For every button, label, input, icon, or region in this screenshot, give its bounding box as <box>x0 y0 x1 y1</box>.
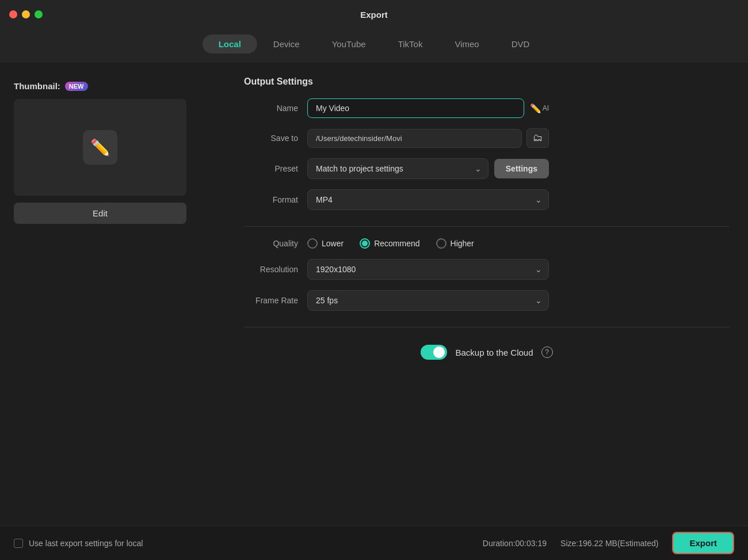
quality-higher-option[interactable]: Higher <box>436 238 474 249</box>
left-panel: Thumbnail: NEW ✏️ Edit <box>14 77 221 525</box>
ai-label: AI <box>543 104 549 112</box>
toggle-thumb <box>433 346 445 358</box>
save-to-form-control: /Users/detechinsider/Movi 🗂 <box>307 128 549 148</box>
preset-select[interactable]: Match to project settings <box>307 158 489 179</box>
backup-row: Backup to the Cloud ? <box>244 345 730 360</box>
framerate-select[interactable]: 25 fps 30 fps 60 fps 24 fps <box>307 290 549 311</box>
tab-local[interactable]: Local <box>203 35 257 54</box>
framerate-form-control: 25 fps 30 fps 60 fps 24 fps <box>307 290 549 311</box>
export-button[interactable]: Export <box>672 532 734 554</box>
new-badge: NEW <box>65 82 88 91</box>
format-row: Format MP4 MOV AVI MKV GIF <box>244 189 730 210</box>
footer: Use last export settings for local Durat… <box>0 525 748 560</box>
format-label: Format <box>244 195 307 204</box>
quality-higher-label: Higher <box>451 239 474 248</box>
main-content: Thumbnail: NEW ✏️ Edit Output Settings N… <box>0 63 748 525</box>
quality-lower-radio[interactable] <box>307 238 318 249</box>
ai-rename-button[interactable]: ✏️ AI <box>530 103 549 114</box>
quality-recommend-option[interactable]: Recommend <box>360 238 419 249</box>
name-form-control: ✏️ AI <box>307 98 549 118</box>
window-controls <box>9 10 43 18</box>
close-button[interactable] <box>9 10 17 18</box>
name-label: Name <box>244 104 307 113</box>
backup-toggle[interactable] <box>421 345 447 360</box>
last-settings-label: Use last export settings for local <box>29 539 143 548</box>
resolution-form-control: 1920x1080 1280x720 3840x2160 1080x1920 <box>307 259 549 280</box>
quality-label: Quality <box>244 239 307 248</box>
tab-vimeo[interactable]: Vimeo <box>438 35 495 54</box>
preset-wrap: Match to project settings Settings <box>307 158 549 179</box>
thumbnail-section-label: Thumbnail: NEW <box>14 81 221 91</box>
tab-bar: Local Device YouTube TikTok Vimeo DVD <box>0 29 748 63</box>
framerate-row: Frame Rate 25 fps 30 fps 60 fps 24 fps <box>244 290 730 311</box>
window-title: Export <box>360 10 388 20</box>
footer-right: Duration:00:03:19 Size:196.22 MB(Estimat… <box>483 532 734 554</box>
quality-recommend-label: Recommend <box>374 239 419 248</box>
format-form-control: MP4 MOV AVI MKV GIF <box>307 189 549 210</box>
preset-select-wrapper: Match to project settings <box>307 158 489 179</box>
tab-dvd[interactable]: DVD <box>495 35 546 54</box>
preset-form-control: Match to project settings Settings <box>307 158 549 179</box>
pencil-icon: ✏️ <box>90 138 110 157</box>
save-to-path: /Users/detechinsider/Movi <box>307 129 522 148</box>
right-panel: Output Settings Name ✏️ AI Save to /User… <box>221 77 734 525</box>
resolution-select[interactable]: 1920x1080 1280x720 3840x2160 1080x1920 <box>307 259 549 280</box>
preset-label: Preset <box>244 164 307 173</box>
divider-2 <box>244 327 730 327</box>
ai-pencil-icon: ✏️ <box>530 103 541 114</box>
edit-thumbnail-button[interactable]: Edit <box>14 203 186 224</box>
divider-1 <box>244 226 730 227</box>
footer-left: Use last export settings for local <box>14 539 143 548</box>
framerate-label: Frame Rate <box>244 296 307 305</box>
duration-stat: Duration:00:03:19 <box>483 539 547 548</box>
resolution-select-wrapper: 1920x1080 1280x720 3840x2160 1080x1920 <box>307 259 549 280</box>
save-to-label: Save to <box>244 134 307 143</box>
browse-folder-button[interactable]: 🗂 <box>526 128 549 148</box>
name-input-wrap: ✏️ AI <box>307 98 549 118</box>
format-select-wrapper: MP4 MOV AVI MKV GIF <box>307 189 549 210</box>
maximize-button[interactable] <box>35 10 43 18</box>
thumbnail-preview: ✏️ <box>14 99 186 196</box>
minimize-button[interactable] <box>22 10 30 18</box>
tab-youtube[interactable]: YouTube <box>316 35 382 54</box>
quality-lower-option[interactable]: Lower <box>307 238 344 249</box>
backup-label: Backup to the Cloud <box>455 348 533 357</box>
tab-device[interactable]: Device <box>257 35 316 54</box>
framerate-select-wrapper: 25 fps 30 fps 60 fps 24 fps <box>307 290 549 311</box>
name-row: Name ✏️ AI <box>244 98 730 118</box>
resolution-label: Resolution <box>244 265 307 274</box>
tab-tiktok[interactable]: TikTok <box>382 35 439 54</box>
quality-lower-label: Lower <box>322 239 344 248</box>
thumbnail-text: Thumbnail: <box>14 81 60 91</box>
quality-options: Lower Recommend Higher <box>307 238 474 249</box>
output-settings-title: Output Settings <box>244 77 730 87</box>
save-to-wrap: /Users/detechinsider/Movi 🗂 <box>307 128 549 148</box>
resolution-row: Resolution 1920x1080 1280x720 3840x2160 … <box>244 259 730 280</box>
quality-higher-radio[interactable] <box>436 238 446 249</box>
name-input[interactable] <box>307 98 524 118</box>
format-select[interactable]: MP4 MOV AVI MKV GIF <box>307 189 549 210</box>
size-stat: Size:196.22 MB(Estimated) <box>560 539 658 548</box>
quality-row: Quality Lower Recommend Higher <box>244 238 730 249</box>
settings-button[interactable]: Settings <box>494 159 549 178</box>
backup-help-icon[interactable]: ? <box>541 346 553 358</box>
titlebar: Export <box>0 0 748 29</box>
save-to-row: Save to /Users/detechinsider/Movi 🗂 <box>244 128 730 148</box>
preset-row: Preset Match to project settings Setting… <box>244 158 730 179</box>
last-settings-checkbox[interactable] <box>14 539 23 548</box>
quality-recommend-radio[interactable] <box>360 238 370 249</box>
thumbnail-icon-wrap: ✏️ <box>83 130 117 165</box>
